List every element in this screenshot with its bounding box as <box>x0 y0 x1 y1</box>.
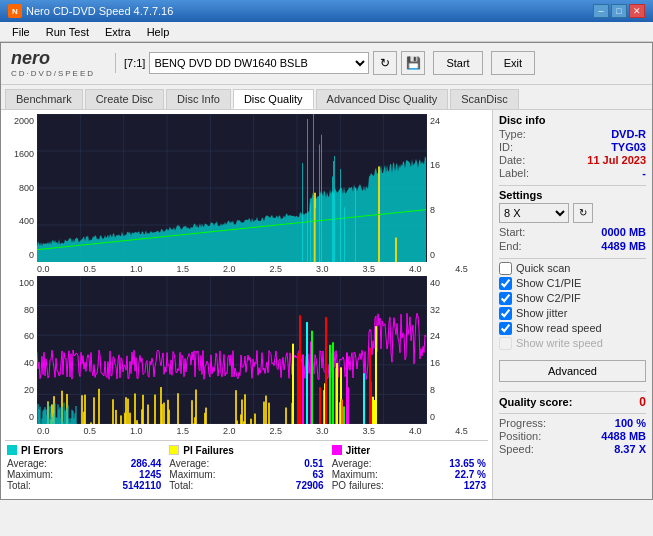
separator-2 <box>499 258 646 259</box>
exit-button[interactable]: Exit <box>491 51 535 75</box>
speed-row: 8 X Maximum 2 X 4 X 6 X 12 X ↻ <box>499 203 646 223</box>
pi-failures-title: PI Failures <box>169 445 323 456</box>
save-button[interactable]: 💾 <box>401 51 425 75</box>
pi-errors-max: Maximum: 1245 <box>7 469 161 480</box>
disc-info-title: Disc info <box>499 114 646 126</box>
speed-select[interactable]: 8 X Maximum 2 X 4 X 6 X 12 X <box>499 203 569 223</box>
show-c1pie-label[interactable]: Show C1/PIE <box>516 277 581 289</box>
show-jitter-checkbox[interactable] <box>499 307 512 320</box>
pi-failures-max: Maximum: 63 <box>169 469 323 480</box>
quality-score-row: Quality score: 0 <box>499 395 646 409</box>
speed-refresh-button[interactable]: ↻ <box>573 203 593 223</box>
disc-id-row: ID: TYG03 <box>499 141 646 153</box>
show-c1pie-checkbox[interactable] <box>499 277 512 290</box>
tab-disc-info[interactable]: Disc Info <box>166 89 231 109</box>
chart-top-y-left: 2000 1600 800 400 0 <box>5 114 37 262</box>
quick-scan-row: Quick scan <box>499 262 646 275</box>
pi-failures-avg: Average: 0.51 <box>169 458 323 469</box>
menu-run-test[interactable]: Run Test <box>38 24 97 40</box>
jitter-title: Jitter <box>332 445 486 456</box>
tab-benchmark[interactable]: Benchmark <box>5 89 83 109</box>
quality-label: Quality score: <box>499 396 572 408</box>
pi-errors-title: PI Errors <box>7 445 161 456</box>
separator-1 <box>499 185 646 186</box>
close-button[interactable]: ✕ <box>629 4 645 18</box>
toolbar: nero CD·DVD/Speed [7:1] BENQ DVD DD DW16… <box>1 43 652 85</box>
pi-errors-avg: Average: 286.44 <box>7 458 161 469</box>
speed-row-progress: Speed: 8.37 X <box>499 443 646 455</box>
disc-type-row: Type: DVD-R <box>499 128 646 140</box>
show-c2pif-checkbox[interactable] <box>499 292 512 305</box>
show-write-speed-row: Show write speed <box>499 337 646 350</box>
show-read-speed-row: Show read speed <box>499 322 646 335</box>
pi-errors-color-dot <box>7 445 17 455</box>
separator-3 <box>499 391 646 392</box>
chart-top-x-axis: 0.00.51.01.52.02.53.03.54.04.5 <box>5 264 488 274</box>
right-panel: Disc info Type: DVD-R ID: TYG03 Date: 11… <box>492 110 652 499</box>
menu-bar: File Run Test Extra Help <box>0 22 653 42</box>
stats-row: PI Errors Average: 286.44 Maximum: 1245 … <box>5 440 488 495</box>
show-jitter-row: Show jitter <box>499 307 646 320</box>
show-write-speed-label: Show write speed <box>516 337 603 349</box>
chart-bottom-y-left: 100 80 60 40 20 0 <box>5 276 37 424</box>
show-read-speed-label[interactable]: Show read speed <box>516 322 602 334</box>
chart-bottom-y-right: 40 32 24 16 8 0 <box>427 276 447 424</box>
title-bar-left: N Nero CD-DVD Speed 4.7.7.16 <box>8 4 173 18</box>
tab-advanced-disc-quality[interactable]: Advanced Disc Quality <box>316 89 449 109</box>
show-c2pif-label[interactable]: Show C2/PIF <box>516 292 581 304</box>
pi-errors-total: Total: 5142110 <box>7 480 161 491</box>
jitter-color-dot <box>332 445 342 455</box>
chart-area: 2000 1600 800 400 0 24 16 8 0 0.00.51.01… <box>1 110 492 499</box>
content-area: 2000 1600 800 400 0 24 16 8 0 0.00.51.01… <box>1 110 652 499</box>
show-write-speed-checkbox <box>499 337 512 350</box>
nero-logo-text: nero <box>11 49 50 69</box>
menu-help[interactable]: Help <box>139 24 178 40</box>
menu-file[interactable]: File <box>4 24 38 40</box>
show-jitter-label[interactable]: Show jitter <box>516 307 567 319</box>
drive-select[interactable]: BENQ DVD DD DW1640 BSLB <box>149 52 369 74</box>
quick-scan-label[interactable]: Quick scan <box>516 262 570 274</box>
title-bar: N Nero CD-DVD Speed 4.7.7.16 – □ ✕ <box>0 0 653 22</box>
position-row: Position: 4488 MB <box>499 430 646 442</box>
app-logo: nero CD·DVD/Speed <box>7 47 99 80</box>
show-read-speed-checkbox[interactable] <box>499 322 512 335</box>
tab-scan-disc[interactable]: ScanDisc <box>450 89 518 109</box>
start-button[interactable]: Start <box>433 51 482 75</box>
jitter-max: Maximum: 22.7 % <box>332 469 486 480</box>
main-window: nero CD·DVD/Speed [7:1] BENQ DVD DD DW16… <box>0 42 653 500</box>
settings-section: Settings 8 X Maximum 2 X 4 X 6 X 12 X ↻ … <box>499 189 646 252</box>
progress-row: Progress: 100 % <box>499 417 646 429</box>
disc-label-row: Label: - <box>499 167 646 179</box>
jitter-po-failures: PO failures: 1273 <box>332 480 486 491</box>
checkboxes-section: Quick scan Show C1/PIE Show C2/PIF Show … <box>499 262 646 350</box>
settings-title: Settings <box>499 189 646 201</box>
jitter-stats: Jitter Average: 13.65 % Maximum: 22.7 % … <box>332 445 486 491</box>
drive-label: [7:1] <box>124 57 145 69</box>
progress-section: Progress: 100 % Position: 4488 MB Speed:… <box>499 417 646 455</box>
end-mb-row: End: 4489 MB <box>499 240 646 252</box>
title-bar-buttons: – □ ✕ <box>593 4 645 18</box>
minimize-button[interactable]: – <box>593 4 609 18</box>
pi-errors-stats: PI Errors Average: 286.44 Maximum: 1245 … <box>7 445 161 491</box>
cdspeed-logo-text: CD·DVD/Speed <box>11 69 95 78</box>
bottom-chart <box>37 276 427 424</box>
toolbar-divider <box>115 53 116 73</box>
jitter-avg: Average: 13.65 % <box>332 458 486 469</box>
tab-create-disc[interactable]: Create Disc <box>85 89 164 109</box>
show-c2pif-row: Show C2/PIF <box>499 292 646 305</box>
chart-top-y-right: 24 16 8 0 <box>427 114 447 262</box>
advanced-button[interactable]: Advanced <box>499 360 646 382</box>
refresh-button[interactable]: ↻ <box>373 51 397 75</box>
top-chart <box>37 114 427 262</box>
tab-disc-quality[interactable]: Disc Quality <box>233 89 314 109</box>
maximize-button[interactable]: □ <box>611 4 627 18</box>
pi-failures-color-dot <box>169 445 179 455</box>
quick-scan-checkbox[interactable] <box>499 262 512 275</box>
start-mb-row: Start: 0000 MB <box>499 226 646 238</box>
menu-extra[interactable]: Extra <box>97 24 139 40</box>
pi-failures-stats: PI Failures Average: 0.51 Maximum: 63 To… <box>169 445 323 491</box>
disc-date-row: Date: 11 Jul 2023 <box>499 154 646 166</box>
quality-value: 0 <box>639 395 646 409</box>
chart-bottom-x-axis: 0.00.51.01.52.02.53.03.54.04.5 <box>5 426 488 436</box>
app-icon: N <box>8 4 22 18</box>
